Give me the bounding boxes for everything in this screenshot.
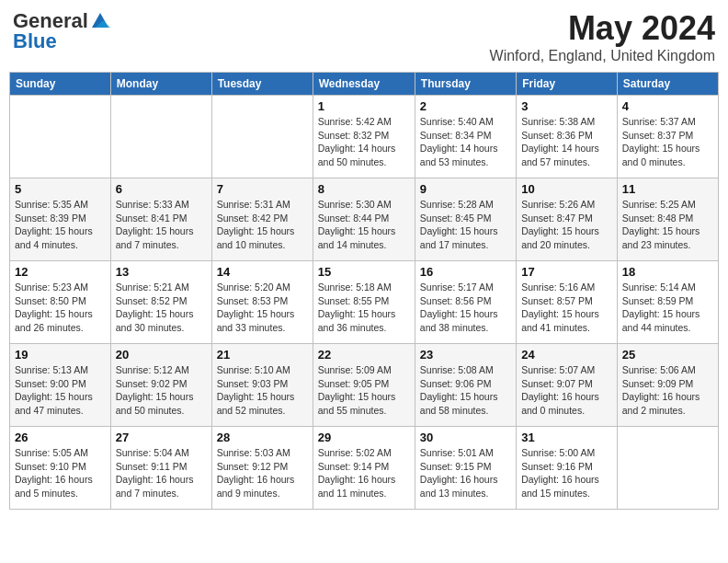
day-number: 1: [318, 99, 410, 113]
day-info: Sunrise: 5:42 AMSunset: 8:32 PMDaylight:…: [318, 115, 410, 169]
day-number: 5: [15, 182, 106, 196]
day-number: 9: [420, 182, 511, 196]
logo: General Blue: [13, 9, 110, 53]
calendar-cell: 21Sunrise: 5:10 AMSunset: 9:03 PMDayligh…: [211, 344, 313, 427]
day-number: 18: [622, 265, 713, 279]
day-number: 3: [521, 99, 612, 113]
calendar-week-row: 12Sunrise: 5:23 AMSunset: 8:50 PMDayligh…: [10, 261, 719, 344]
calendar-cell: 27Sunrise: 5:04 AMSunset: 9:11 PMDayligh…: [110, 427, 211, 510]
day-info: Sunrise: 5:31 AMSunset: 8:42 PMDaylight:…: [217, 198, 308, 252]
calendar-cell: 15Sunrise: 5:18 AMSunset: 8:55 PMDayligh…: [313, 261, 415, 344]
day-info: Sunrise: 5:03 AMSunset: 9:12 PMDaylight:…: [217, 446, 308, 500]
day-info: Sunrise: 5:12 AMSunset: 9:02 PMDaylight:…: [116, 363, 207, 418]
day-info: Sunrise: 5:06 AMSunset: 9:09 PMDaylight:…: [622, 363, 713, 418]
page-header: General Blue May 2024 Winford, England, …: [9, 9, 719, 64]
day-info: Sunrise: 5:00 AMSunset: 9:16 PMDaylight:…: [521, 446, 612, 500]
calendar-cell: [110, 96, 211, 178]
day-header-tuesday: Tuesday: [211, 73, 313, 96]
calendar-cell: 23Sunrise: 5:08 AMSunset: 9:06 PMDayligh…: [415, 344, 516, 427]
day-number: 21: [217, 348, 308, 362]
calendar-cell: 6Sunrise: 5:33 AMSunset: 8:41 PMDaylight…: [110, 178, 211, 261]
day-header-thursday: Thursday: [415, 73, 516, 96]
calendar-week-row: 19Sunrise: 5:13 AMSunset: 9:00 PMDayligh…: [10, 344, 719, 427]
day-info: Sunrise: 5:26 AMSunset: 8:47 PMDaylight:…: [521, 198, 612, 252]
calendar-week-row: 1Sunrise: 5:42 AMSunset: 8:32 PMDaylight…: [10, 96, 719, 178]
day-info: Sunrise: 5:23 AMSunset: 8:50 PMDaylight:…: [15, 281, 106, 335]
day-info: Sunrise: 5:13 AMSunset: 9:00 PMDaylight:…: [15, 363, 106, 418]
day-number: 22: [318, 348, 410, 362]
calendar-cell: 16Sunrise: 5:17 AMSunset: 8:56 PMDayligh…: [415, 261, 516, 344]
calendar-cell: [10, 96, 111, 178]
day-info: Sunrise: 5:33 AMSunset: 8:41 PMDaylight:…: [116, 198, 207, 252]
day-info: Sunrise: 5:02 AMSunset: 9:14 PMDaylight:…: [318, 446, 410, 500]
day-number: 16: [420, 265, 511, 279]
logo-icon: [90, 11, 110, 31]
day-info: Sunrise: 5:30 AMSunset: 8:44 PMDaylight:…: [318, 198, 410, 252]
day-info: Sunrise: 5:08 AMSunset: 9:06 PMDaylight:…: [420, 363, 511, 418]
day-number: 20: [116, 348, 207, 362]
calendar-cell: 18Sunrise: 5:14 AMSunset: 8:59 PMDayligh…: [617, 261, 718, 344]
calendar-cell: 4Sunrise: 5:37 AMSunset: 8:37 PMDaylight…: [617, 96, 718, 178]
day-header-saturday: Saturday: [617, 73, 718, 96]
calendar-cell: 2Sunrise: 5:40 AMSunset: 8:34 PMDaylight…: [415, 96, 516, 178]
calendar-cell: 25Sunrise: 5:06 AMSunset: 9:09 PMDayligh…: [617, 344, 718, 427]
day-number: 29: [318, 431, 410, 444]
calendar-cell: 20Sunrise: 5:12 AMSunset: 9:02 PMDayligh…: [110, 344, 211, 427]
calendar-cell: [211, 96, 313, 178]
calendar-cell: 12Sunrise: 5:23 AMSunset: 8:50 PMDayligh…: [10, 261, 111, 344]
calendar-cell: 17Sunrise: 5:16 AMSunset: 8:57 PMDayligh…: [517, 261, 618, 344]
day-number: 23: [420, 348, 511, 362]
calendar-cell: 19Sunrise: 5:13 AMSunset: 9:00 PMDayligh…: [10, 344, 111, 427]
day-number: 19: [15, 348, 106, 362]
calendar-table: SundayMondayTuesdayWednesdayThursdayFrid…: [9, 72, 719, 510]
calendar-cell: 3Sunrise: 5:38 AMSunset: 8:36 PMDaylight…: [517, 96, 618, 178]
day-number: 14: [217, 265, 308, 279]
calendar-cell: 5Sunrise: 5:35 AMSunset: 8:39 PMDaylight…: [10, 178, 111, 261]
calendar-cell: 10Sunrise: 5:26 AMSunset: 8:47 PMDayligh…: [517, 178, 618, 261]
day-info: Sunrise: 5:05 AMSunset: 9:10 PMDaylight:…: [15, 446, 106, 500]
day-info: Sunrise: 5:28 AMSunset: 8:45 PMDaylight:…: [420, 198, 511, 252]
calendar-cell: 14Sunrise: 5:20 AMSunset: 8:53 PMDayligh…: [211, 261, 313, 344]
calendar-cell: 31Sunrise: 5:00 AMSunset: 9:16 PMDayligh…: [517, 427, 618, 510]
day-number: 12: [15, 265, 106, 279]
day-number: 15: [318, 265, 410, 279]
calendar-cell: 24Sunrise: 5:07 AMSunset: 9:07 PMDayligh…: [517, 344, 618, 427]
day-number: 28: [217, 431, 308, 444]
day-number: 27: [116, 431, 207, 444]
calendar-header-row: SundayMondayTuesdayWednesdayThursdayFrid…: [10, 73, 719, 96]
day-info: Sunrise: 5:07 AMSunset: 9:07 PMDaylight:…: [521, 363, 612, 418]
day-info: Sunrise: 5:37 AMSunset: 8:37 PMDaylight:…: [622, 115, 713, 169]
day-info: Sunrise: 5:20 AMSunset: 8:53 PMDaylight:…: [217, 281, 308, 335]
day-header-monday: Monday: [110, 73, 211, 96]
day-number: 11: [622, 182, 713, 196]
month-year-title: May 2024: [490, 9, 715, 48]
day-number: 7: [217, 182, 308, 196]
day-header-friday: Friday: [517, 73, 618, 96]
calendar-cell: [617, 427, 718, 510]
calendar-cell: 30Sunrise: 5:01 AMSunset: 9:15 PMDayligh…: [415, 427, 516, 510]
day-info: Sunrise: 5:14 AMSunset: 8:59 PMDaylight:…: [622, 281, 713, 335]
calendar-cell: 7Sunrise: 5:31 AMSunset: 8:42 PMDaylight…: [211, 178, 313, 261]
day-info: Sunrise: 5:40 AMSunset: 8:34 PMDaylight:…: [420, 115, 511, 169]
day-number: 17: [521, 265, 612, 279]
calendar-cell: 11Sunrise: 5:25 AMSunset: 8:48 PMDayligh…: [617, 178, 718, 261]
calendar-cell: 22Sunrise: 5:09 AMSunset: 9:05 PMDayligh…: [313, 344, 415, 427]
day-number: 13: [116, 265, 207, 279]
day-number: 8: [318, 182, 410, 196]
calendar-cell: 9Sunrise: 5:28 AMSunset: 8:45 PMDaylight…: [415, 178, 516, 261]
day-header-wednesday: Wednesday: [313, 73, 415, 96]
day-number: 31: [521, 431, 612, 444]
calendar-cell: 26Sunrise: 5:05 AMSunset: 9:10 PMDayligh…: [10, 427, 111, 510]
day-info: Sunrise: 5:25 AMSunset: 8:48 PMDaylight:…: [622, 198, 713, 252]
day-info: Sunrise: 5:16 AMSunset: 8:57 PMDaylight:…: [521, 281, 612, 335]
day-info: Sunrise: 5:18 AMSunset: 8:55 PMDaylight:…: [318, 281, 410, 335]
calendar-cell: 29Sunrise: 5:02 AMSunset: 9:14 PMDayligh…: [313, 427, 415, 510]
day-number: 2: [420, 99, 511, 113]
calendar-cell: 8Sunrise: 5:30 AMSunset: 8:44 PMDaylight…: [313, 178, 415, 261]
day-header-sunday: Sunday: [10, 73, 111, 96]
day-info: Sunrise: 5:09 AMSunset: 9:05 PMDaylight:…: [318, 363, 410, 418]
day-number: 26: [15, 431, 106, 444]
day-number: 10: [521, 182, 612, 196]
logo-blue-text: Blue: [13, 29, 57, 53]
day-info: Sunrise: 5:21 AMSunset: 8:52 PMDaylight:…: [116, 281, 207, 335]
